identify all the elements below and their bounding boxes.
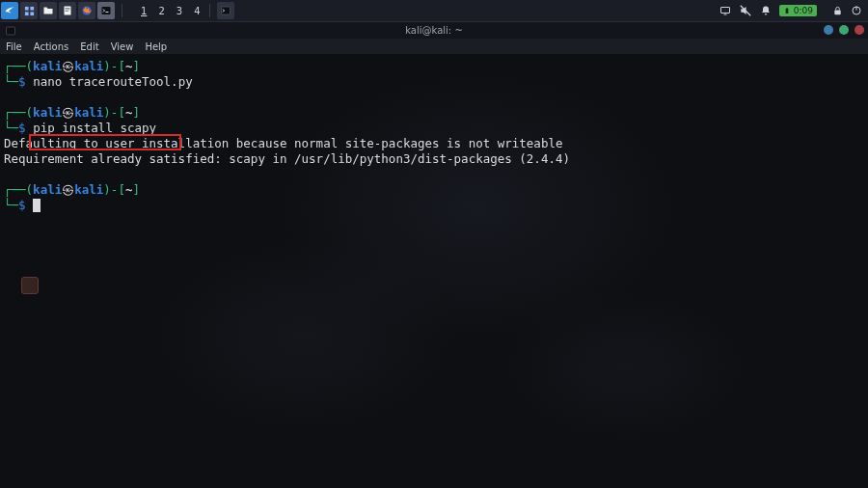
terminal-task[interactable] [97,2,115,19]
prompt-line-bottom: └─$ [4,198,864,213]
blank-line [4,167,864,182]
prompt-line-bottom: └─$ pip install scapy [4,121,864,136]
terminal-body[interactable]: ┌──(kali㉿kali)-[~]└─$ nano tracerouteToo… [0,55,868,488]
prompt-line-bottom: └─$ nano tracerouteTool.py [4,74,864,90]
battery-time: 0:09 [794,6,813,15]
workspace-2[interactable]: 2 [155,6,167,16]
prompt-line-top: ┌──(kali㉿kali)-[~] [4,105,864,121]
menu-edit[interactable]: Edit [80,41,98,52]
blank-line [4,90,864,105]
terminal-window-task[interactable] [217,2,234,19]
menu-actions[interactable]: Actions [34,41,69,52]
svg-rect-17 [856,7,857,11]
panel-divider [122,4,122,17]
monitor-icon[interactable] [719,5,731,16]
terminal-menubar: File Actions Edit View Help [0,39,868,55]
window-buttons [824,25,864,35]
firefox[interactable] [78,2,95,19]
svg-rect-5 [66,8,70,9]
battery-indicator[interactable]: 0:09 [779,5,817,16]
output-line: Defaulting to user installation because … [4,136,864,151]
prompt-line-top: ┌──(kali㉿kali)-[~] [4,59,864,74]
svg-rect-6 [66,10,70,11]
window-list[interactable] [20,2,38,19]
terminal-cursor [33,199,41,212]
svg-rect-1 [30,6,34,10]
menu-help[interactable]: Help [145,41,167,52]
svg-rect-0 [24,6,28,10]
command-text: pip install scapy [33,121,156,135]
audio-muted-icon[interactable] [739,4,752,17]
power-icon[interactable] [851,5,862,16]
workspace-4[interactable]: 4 [191,6,203,16]
desktop-icon-glyph [21,277,39,294]
svg-rect-11 [221,7,230,14]
editor[interactable] [59,2,76,19]
window-title: kali@kali: ~ [405,25,463,36]
lock-icon[interactable] [832,6,843,16]
panel-divider [209,4,210,17]
svg-rect-13 [723,14,726,15]
svg-rect-3 [30,12,34,15]
window-titlebar[interactable]: kali@kali: ~ [0,21,868,39]
svg-rect-18 [7,27,15,35]
workspace-switcher: 1 2 3 4 [138,6,203,16]
bell-icon[interactable] [760,5,772,16]
kali-menu[interactable] [1,2,18,19]
panel-right: 0:09 [719,0,868,21]
workspace-3[interactable]: 3 [174,6,185,16]
svg-rect-2 [24,12,28,15]
output-line: Requirement already satisfied: scapy in … [4,151,864,167]
files[interactable] [40,2,57,19]
window-app-icon [4,24,17,38]
panel-left: 1 2 3 4 [0,0,235,21]
svg-rect-10 [106,12,109,13]
window-close-button[interactable] [854,25,864,35]
window-maximize-button[interactable] [839,25,849,35]
prompt-line-top: ┌──(kali㉿kali)-[~] [4,182,864,198]
xfce-panel: 1 2 3 4 0:09 [0,0,868,21]
svg-rect-12 [720,8,729,14]
command-text: nano tracerouteTool.py [33,74,193,89]
desktop-icon[interactable] [21,277,39,294]
window-minimize-button[interactable] [824,25,833,35]
menu-view[interactable]: View [111,41,134,52]
svg-rect-15 [834,10,840,14]
menu-file[interactable]: File [6,41,22,52]
svg-rect-7 [66,11,69,12]
workspace-1[interactable]: 1 [138,6,149,16]
svg-rect-9 [102,7,111,14]
